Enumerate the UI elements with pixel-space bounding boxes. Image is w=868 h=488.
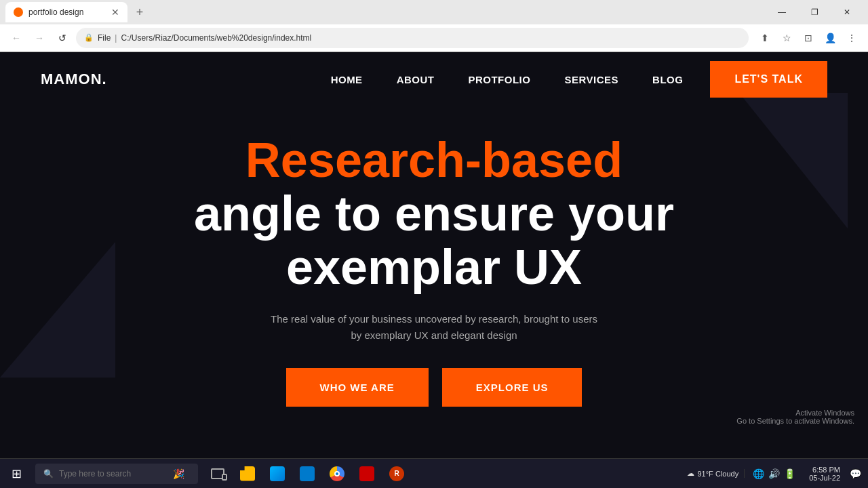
profile-button[interactable]: 👤 — [821, 28, 840, 47]
lets-talk-button[interactable]: LET'S TALK — [710, 61, 827, 98]
nav-about[interactable]: ABOUT — [397, 74, 435, 85]
hero-buttons: WHO WE ARE EXPLORE US — [286, 368, 583, 407]
nav-services[interactable]: SERVICES — [564, 74, 618, 85]
website-content: MAMON. HOME ABOUT PROTFOLIO SERVICES BLO… — [0, 52, 868, 459]
volume-icon[interactable]: 🔊 — [768, 468, 780, 479]
nav-links: HOME ABOUT PROTFOLIO SERVICES BLOG — [331, 74, 684, 85]
start-button[interactable]: ⊞ — [0, 459, 33, 489]
search-icon: 🔍 — [43, 469, 54, 479]
hero-title: Research-based angle to ensure your exem… — [194, 134, 674, 295]
close-button[interactable]: ✕ — [831, 2, 863, 22]
tab-close-button[interactable]: ✕ — [111, 7, 119, 18]
file-explorer-icon — [240, 466, 255, 481]
new-tab-button[interactable]: + — [130, 3, 149, 22]
chrome-button[interactable] — [323, 459, 351, 489]
clock-time: 6:58 PM — [812, 466, 840, 474]
store-button[interactable] — [263, 459, 292, 489]
taskbar-apps: R — [203, 459, 411, 489]
taskbar-clock[interactable]: 6:58 PM 05-Jul-22 — [804, 466, 846, 482]
taskbar: ⊞ 🔍 🎉 — [0, 458, 868, 488]
red-app-button[interactable] — [353, 459, 381, 489]
bookmark-button[interactable]: ☆ — [777, 28, 796, 47]
windows-logo-icon: ⊞ — [12, 466, 22, 481]
store-icon — [270, 466, 285, 481]
browser-tab[interactable]: portfolio design ✕ — [5, 2, 127, 22]
back-button[interactable]: ← — [7, 28, 26, 47]
site-navbar: MAMON. HOME ABOUT PROTFOLIO SERVICES BLO… — [0, 52, 868, 106]
circle-app-icon: R — [389, 466, 404, 481]
chrome-center — [334, 471, 340, 476]
system-tray-icons: 🌐 🔊 🔋 — [749, 468, 800, 479]
hero-section: Research-based angle to ensure your exem… — [0, 120, 868, 420]
split-view-button[interactable]: ⊡ — [799, 28, 818, 47]
clock-date: 05-Jul-22 — [809, 474, 840, 482]
taskbar-weather[interactable]: ☁ 91°F Cloudy — [682, 469, 745, 478]
taskview-icon-sub — [222, 474, 227, 481]
browser-action-buttons: ⬆ ☆ ⊡ 👤 ⋮ — [755, 28, 861, 47]
circle-app-letter: R — [394, 470, 399, 477]
hero-title-line2: angle to ensure your — [194, 187, 674, 241]
hero-title-line3: exemplar UX — [194, 241, 674, 294]
vscode-button[interactable] — [293, 459, 321, 489]
share-button[interactable]: ⬆ — [755, 28, 774, 47]
hero-title-line1: Research-based — [194, 134, 674, 187]
refresh-button[interactable]: ↺ — [53, 28, 72, 47]
browser-chrome: portfolio design ✕ + — ❐ ✕ ← → ↺ 🔒 File … — [0, 0, 868, 52]
address-bar[interactable]: 🔒 File | C:/Users/Riaz/Documents/web%20d… — [76, 28, 749, 48]
battery-icon[interactable]: 🔋 — [784, 468, 795, 479]
browser-title-bar: portfolio design ✕ + — ❐ ✕ — [0, 0, 868, 24]
menu-button[interactable]: ⋮ — [842, 28, 861, 47]
nav-portfolio[interactable]: PROTFOLIO — [468, 74, 530, 85]
taskbar-right-section: ☁ 91°F Cloudy 🌐 🔊 🔋 6:58 PM 05-Jul-22 💬 — [682, 466, 868, 482]
browser-nav-bar: ← → ↺ 🔒 File | C:/Users/Riaz/Documents/w… — [0, 24, 868, 52]
tab-title: portfolio design — [28, 7, 83, 17]
address-separator: | — [115, 33, 117, 43]
chrome-icon — [330, 466, 344, 481]
cortana-icon: 🎉 — [173, 468, 184, 479]
hero-subtitle: The real value of your business uncovere… — [264, 311, 604, 344]
explore-us-button[interactable]: EXPLORE US — [442, 368, 583, 407]
tab-favicon — [14, 7, 23, 17]
taskview-icon — [211, 468, 224, 479]
window-controls: — ❐ ✕ — [766, 2, 863, 22]
circle-app-button[interactable]: R — [382, 459, 411, 489]
restore-button[interactable]: ❐ — [799, 2, 830, 22]
forward-button[interactable]: → — [30, 28, 49, 47]
network-icon[interactable]: 🌐 — [753, 468, 764, 479]
vscode-icon — [300, 466, 315, 481]
address-lock-icon: 🔒 — [84, 33, 94, 42]
minimize-button[interactable]: — — [766, 2, 797, 22]
search-input[interactable] — [59, 469, 167, 479]
notification-button[interactable]: 💬 — [850, 468, 861, 479]
who-we-are-button[interactable]: WHO WE ARE — [286, 368, 429, 407]
nav-home[interactable]: HOME — [331, 74, 363, 85]
file-explorer-button[interactable] — [233, 459, 262, 489]
address-label: File — [98, 33, 111, 43]
taskbar-search-box[interactable]: 🔍 🎉 — [35, 464, 198, 484]
address-url: C:/Users/Riaz/Documents/web%20design/ind… — [121, 33, 311, 43]
taskview-button[interactable] — [203, 459, 232, 489]
nav-blog[interactable]: BLOG — [652, 74, 683, 85]
red-app-icon — [359, 466, 374, 481]
weather-icon: ☁ — [687, 469, 694, 478]
weather-text: 91°F Cloudy — [697, 470, 738, 478]
site-logo: MAMON. — [41, 70, 107, 88]
